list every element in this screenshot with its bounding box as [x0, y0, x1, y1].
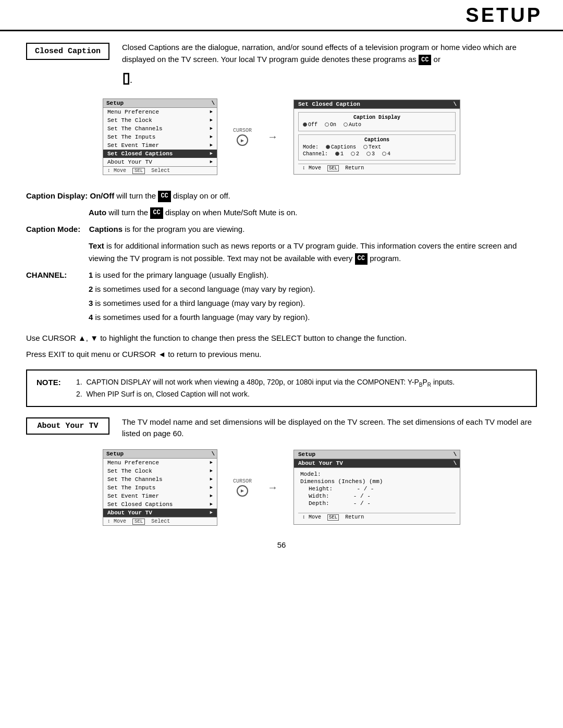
about-section-row: About Your TV The TV model name and set … — [26, 416, 537, 440]
text-desc-line: Text is for additional information such … — [89, 240, 537, 265]
panel-title-1: Set Closed Caption — [294, 100, 460, 109]
height-label: Height: — [309, 486, 333, 492]
menu-item-2-inputs: Set The Inputs► — [103, 484, 217, 492]
arrow-right-2: → — [267, 482, 278, 493]
caption-display-title: Caption Display — [303, 115, 451, 120]
caption-symbol: ▯ — [122, 67, 130, 89]
radio-auto-label: Auto — [349, 122, 361, 128]
caption-mode-line: Caption Mode: Captions is for the progra… — [26, 223, 537, 236]
radio-dot-on — [325, 122, 329, 127]
cursor-label-1: CURSOR — [233, 128, 252, 133]
menu-item-channels: Set The Channels► — [103, 125, 217, 133]
cursor-icon-1: ► — [237, 134, 248, 146]
dimensions-row: Dimensions (Inches) (mm) — [300, 478, 454, 485]
note-label: NOTE: — [36, 377, 68, 400]
about-description: The TV model name and set dimensions wil… — [122, 416, 537, 440]
menu-item-2-clock: Set The Clock► — [103, 467, 217, 475]
panel-mockup-2: Setup About Your TV Model: Dimensions (I… — [293, 450, 460, 525]
radio-dot-ch1 — [335, 152, 339, 156]
note-item-1: 1. CAPTION DISPLAY will not work when vi… — [76, 377, 527, 389]
height-value: - / - — [336, 486, 374, 492]
radio-dot-auto — [344, 122, 348, 127]
cursor-block-2: CURSOR ► — [233, 478, 252, 497]
cursor-block-1: CURSOR ► — [233, 128, 252, 146]
closed-caption-description: Closed Captions are the dialogue, narrat… — [122, 42, 537, 89]
text-mode-label: Text — [369, 144, 381, 150]
auto-bold: Auto — [89, 208, 106, 217]
radio-ch1: 1 — [335, 151, 344, 157]
arrow-right-1: → — [267, 131, 278, 143]
caption-mode-space — [82, 225, 87, 233]
caption-display-bold: Caption Display: On/Off — [26, 191, 114, 200]
cc-icon-1: CC — [419, 55, 431, 65]
body-content: Caption Display: On/Off will turn the CC… — [26, 190, 537, 325]
auto-text: will turn the — [108, 208, 150, 217]
radio-dot-ch2 — [351, 152, 355, 156]
channel-item-1: 1 is used for the primary language (usua… — [89, 269, 537, 281]
note-content: 1. CAPTION DISPLAY will not work when vi… — [76, 377, 527, 400]
menu-item-preference: Menu Preference► — [103, 108, 217, 116]
menu-item-captions: Set Closed Captions► — [103, 150, 217, 158]
about-content: Model: Dimensions (Inches) (mm) Height: … — [294, 468, 460, 511]
captions-mode-label: Captions — [331, 144, 356, 150]
caption-display-end: display on or off. — [173, 191, 230, 200]
menu-item-2-preference: Menu Preference► — [103, 459, 217, 467]
depth-row: Depth: - / - — [300, 500, 454, 507]
mode-row: Mode: Captions Text — [303, 144, 451, 150]
menu-item-2-captions: Set Closed Captions► — [103, 500, 217, 509]
channel-block: CHANNEL: 1 is used for the primary langu… — [26, 269, 537, 325]
channel-label-bold: CHANNEL: — [26, 269, 89, 325]
cc-icon-3: CC — [150, 207, 163, 218]
captions-section: Captions Mode: Captions Text Channel: — [298, 134, 456, 161]
text-end: program. — [370, 254, 401, 263]
radio-off-label: Off — [308, 122, 317, 128]
radio-ch3: 3 — [366, 151, 375, 157]
page-title: SETUP — [21, 4, 542, 27]
radio-auto: Auto — [344, 122, 361, 128]
closed-caption-label: Closed Caption — [26, 43, 109, 60]
auto-end: display on when Mute/Soft Mute is on. — [165, 208, 297, 217]
menu-item-timer: Set Event Timer► — [103, 141, 217, 150]
radio-on-label: On — [330, 122, 336, 128]
radio-dot-ch3 — [366, 152, 371, 156]
captions-bold: Captions — [89, 225, 123, 233]
note-box: NOTE: 1. CAPTION DISPLAY will not work w… — [26, 369, 537, 407]
menu-item-about: About Your TV► — [103, 158, 217, 166]
main-content: Closed Caption Closed Captions are the d… — [0, 31, 563, 560]
width-label: Width: — [309, 493, 329, 499]
panel-title-about: About Your TV — [294, 459, 460, 468]
ch2-label: 2 — [356, 151, 359, 157]
menu-footer-1: ↕ Move SEL Select — [103, 166, 217, 175]
panel-mockup-1: Set Closed Caption Caption Display Off O… — [293, 100, 460, 175]
caption-display-radios: Off On Auto — [303, 122, 451, 128]
menu-title-1: Setup — [103, 99, 217, 108]
about-panel-footer: ↕ Move SEL Return — [298, 513, 456, 521]
note-item-2: 2. When PIP Surf is on, Closed Caption w… — [76, 389, 527, 400]
height-row: Height: - / - — [300, 486, 454, 492]
diagrams-row-2: Setup Menu Preference► Set The Clock► Se… — [26, 449, 537, 526]
menu-title-2: Setup — [103, 450, 217, 459]
cursor-icon-2: ► — [237, 485, 248, 497]
caption-display-section: Caption Display Off On Auto — [298, 112, 456, 131]
arrow-cursor-2: CURSOR ► — [233, 478, 252, 497]
mode-label: Mode: — [303, 144, 319, 150]
menu-item-inputs: Set The Inputs► — [103, 133, 217, 141]
radio-dot-ch4 — [382, 152, 386, 156]
radio-dot-text — [363, 145, 368, 149]
ch1-label: 1 — [340, 151, 344, 157]
caption-display-line: Caption Display: On/Off will turn the CC… — [26, 190, 537, 202]
panel-footer-1: ↕ Move SEL Return — [298, 164, 456, 172]
radio-ch2: 2 — [351, 151, 359, 157]
diagrams-row-1: Setup Menu Preference► Set The Clock► Se… — [26, 98, 537, 175]
menu-item-2-channels: Set The Channels► — [103, 475, 217, 484]
radio-captions-mode: Captions — [326, 144, 356, 150]
cc-icon-2: CC — [158, 191, 170, 202]
menu-footer-2: ↕ Move SEL Select — [103, 517, 217, 525]
closed-caption-section: Closed Caption Closed Captions are the d… — [26, 42, 537, 89]
cursor-line-1: Use CURSOR ▲, ▼ to highlight the functio… — [26, 332, 537, 344]
radio-ch4: 4 — [382, 151, 390, 157]
channel-row: Channel: 1 2 3 4 — [303, 151, 451, 157]
captions-title: Captions — [303, 137, 451, 143]
channel-item-3: 3 is sometimes used for a third language… — [89, 297, 537, 310]
cc-icon-4: CC — [355, 253, 368, 264]
